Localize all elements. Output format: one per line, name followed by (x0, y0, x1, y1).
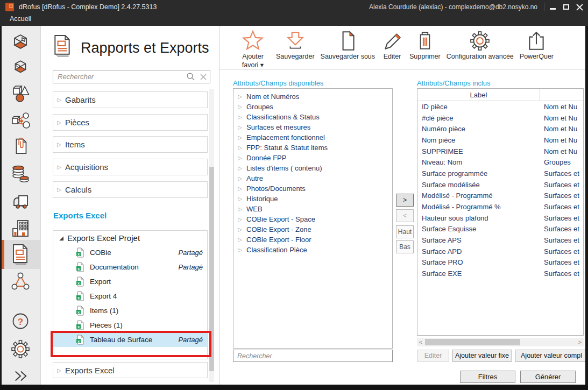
table-row[interactable]: Nom pièceNom et Nu (417, 134, 583, 146)
add-fixed-value-button[interactable]: Ajouter valeur fixe (452, 350, 512, 361)
nav-building[interactable] (0, 216, 41, 241)
annotation-highlight (51, 331, 211, 357)
nav-rooms[interactable] (0, 30, 41, 55)
rooms-alt-icon (10, 58, 31, 79)
export-item-items-1[interactable]: x Items (1) (53, 303, 207, 318)
group-header-exports-excel-projet[interactable]: ◢ Exports Excel Projet (53, 231, 207, 245)
export-item-export-4[interactable]: x Export 4 (53, 289, 207, 303)
table-horizontal-scrollbar: < > (417, 338, 584, 346)
table-row[interactable]: SUPPRIMEENom et Nu (417, 146, 583, 157)
tree-item-web[interactable]: ▷WEB (233, 204, 392, 214)
tree-item-fpp-statut[interactable]: ▷FPP: Statut & Statut items (233, 143, 392, 153)
toolbar-sauvegarder-sous[interactable]: Sauvegarder sous (321, 30, 375, 61)
clear-search-icon[interactable] (197, 73, 210, 81)
tree-item-groupes[interactable]: ▷Groupes (233, 102, 392, 112)
scroll-right-arrow[interactable]: > (576, 338, 584, 346)
tree-item-historique[interactable]: ▷Historique (233, 194, 392, 204)
nav-relations[interactable] (0, 269, 41, 294)
tree-item-donnee-fpp[interactable]: ▷Donnée FPP (233, 153, 392, 163)
table-row[interactable]: Numéro pièceNom et Nu (417, 123, 583, 134)
table-row[interactable]: Hauteur sous plafondSurfaces et (417, 212, 583, 224)
nav-items[interactable] (0, 82, 41, 107)
table-row[interactable]: Surface EsquisseSurfaces et (417, 224, 583, 235)
expander-icon: ▷ (53, 141, 65, 147)
remove-field-button[interactable]: < (396, 209, 414, 222)
tree-item-nom-et-numeros[interactable]: ▷Nom et Numéros (233, 91, 392, 102)
table-row[interactable]: Surface modéliséeSurfaces et (417, 179, 583, 190)
expander-icon: ▷ (53, 119, 65, 125)
tree-item-cobie-floor[interactable]: ▷COBie Export - Floor (233, 235, 392, 245)
tree-item-classifications[interactable]: ▷Classifications & Status (233, 112, 392, 122)
export-item-pieces-1[interactable]: x Pièces (1) (53, 318, 207, 332)
toolbar-powerquery[interactable]: PowerQuer (520, 30, 554, 61)
table-row[interactable]: Surface APSSurfaces et (417, 235, 583, 246)
add-field-button[interactable]: > (396, 194, 414, 207)
building-icon (10, 218, 31, 239)
tree-item-photos-documents[interactable]: ▷Photos/Documents (233, 183, 392, 194)
category-exports-excel[interactable]: ▷ Exports Excel (53, 362, 208, 378)
table-row[interactable]: #clé pièceNom et Nu (417, 112, 583, 124)
expander-icon: ▷ (233, 124, 246, 130)
scroll-left-arrow[interactable]: < (417, 338, 424, 346)
tree-item-cobie-space[interactable]: ▷COBie Export - Space (233, 214, 392, 224)
close-icon (576, 4, 583, 11)
export-item-documentation[interactable]: x Documentation Partagé (53, 260, 207, 274)
toolbar-ajouter-favori[interactable]: Ajouter favori ▾ (236, 30, 270, 69)
filters-button[interactable]: Filtres (460, 371, 515, 383)
tree-item-cobie-zone[interactable]: ▷COBie Export - Zone (233, 224, 392, 235)
account-menu[interactable]: Alexia Courdurie (alexiac) - complexdemo… (369, 3, 537, 11)
expander-icon: ▷ (233, 186, 246, 192)
table-row[interactable]: Surface programméeSurfaces et (417, 168, 583, 179)
table-row[interactable]: Surface APDSurfaces et (417, 246, 583, 257)
close-button[interactable] (575, 0, 584, 14)
table-row[interactable]: Modélisé - Programmé %Surfaces et (417, 201, 583, 212)
tree-item-surfaces[interactable]: ▷Surfaces et mesures (233, 122, 392, 132)
minimize-button[interactable] (548, 0, 557, 14)
export-item-cobie[interactable]: x COBie Partagé (53, 245, 207, 260)
category-pieces[interactable]: ▷ Pièces (53, 114, 208, 131)
nav-finance[interactable] (0, 161, 41, 186)
star-icon (242, 30, 264, 52)
expander-icon: ▷ (233, 165, 246, 171)
category-calculs[interactable]: ▷ Calculs (53, 181, 208, 198)
tree-item-autre[interactable]: ▷Autre (233, 173, 392, 183)
nav-help[interactable]: ? (0, 309, 41, 334)
toolbar-configuration-avancee[interactable]: Configuration avancée (447, 30, 514, 61)
export-item-export[interactable]: x Export (53, 274, 207, 289)
table-row[interactable]: Niveau: NomGroupes (417, 157, 583, 168)
table-row[interactable]: ID pièceNom et Nu (417, 101, 583, 112)
table-row[interactable]: Surface PROSurfaces et (417, 257, 583, 268)
nav-settings[interactable] (0, 337, 41, 361)
category-items[interactable]: ▷ Items (53, 136, 208, 153)
tree-item-emplacement[interactable]: ▷Emplacement fonctionnel (233, 132, 392, 143)
titlebar-separator (544, 3, 544, 11)
table-row[interactable]: Modélisé - ProgramméSurfaces et (417, 190, 583, 202)
scrollbar-thumb[interactable] (425, 339, 520, 345)
move-down-button[interactable]: Bas (396, 240, 414, 253)
move-up-button[interactable]: Haut (396, 225, 414, 238)
nav-systems[interactable] (0, 109, 41, 133)
maximize-button[interactable] (561, 0, 571, 14)
nav-rooms-alt[interactable] (0, 56, 41, 81)
expander-icon: ▷ (53, 97, 65, 103)
nav-documents[interactable] (0, 133, 41, 158)
menu-accueil[interactable]: Accueil (10, 15, 31, 23)
tree-item-listes-items[interactable]: ▷Listes d'items ( contenu) (233, 163, 392, 173)
edit-value-button[interactable]: Editer (417, 350, 449, 361)
tree-item-classification-piece[interactable]: ▷Classification Pièce (233, 245, 392, 255)
generate-button[interactable]: Générer (520, 371, 576, 383)
category-acquisitions[interactable]: ▷ Acquisitions (53, 159, 208, 175)
add-complex-value-button[interactable]: Ajouter valeur compl (515, 350, 588, 361)
rooms-icon (10, 32, 31, 53)
search-input[interactable] (53, 73, 184, 81)
table-row[interactable]: Surface EXESurfaces et (417, 268, 583, 279)
search-icon[interactable] (184, 72, 197, 81)
toolbar-editer[interactable]: Editer (381, 30, 403, 61)
column-header-label[interactable]: Label (417, 89, 540, 101)
available-search-input[interactable] (233, 352, 392, 360)
nav-logistics[interactable] (0, 188, 41, 213)
toolbar-supprimer[interactable]: Supprimer (409, 30, 441, 61)
toolbar-sauvegarder[interactable]: Sauvegarder (276, 30, 315, 61)
category-gabarits[interactable]: ▷ Gabarits (53, 91, 208, 108)
nav-reports[interactable] (0, 240, 41, 269)
